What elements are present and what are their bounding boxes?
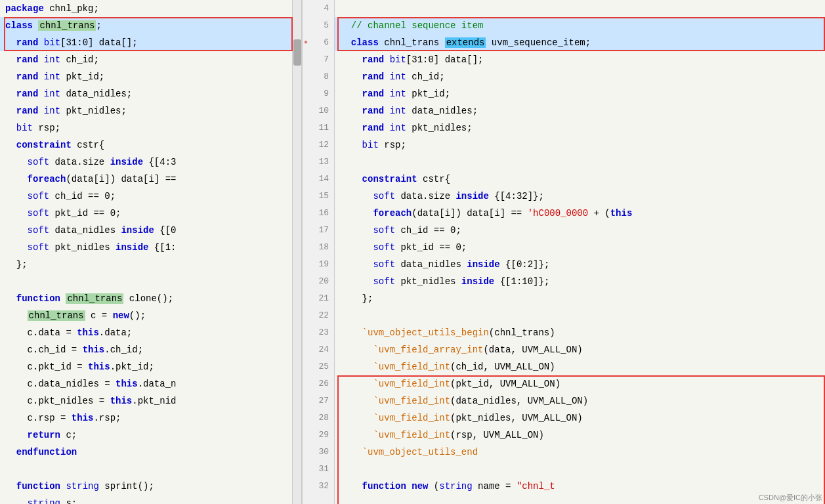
left-line-blank1 [0,273,301,290]
gutter-dot-6: ● [304,34,308,51]
rn-4: 4 [303,0,334,17]
rn-22: 22 [303,307,334,324]
right-line-4 [335,0,825,17]
rn-8: 8 [303,68,334,85]
rn-23: 23 [303,324,334,341]
watermark: CSDN@爱IC的小张 [759,493,822,503]
left-line-rand-int-pkt: rand int pkt_id; [0,68,301,85]
right-line-11: rand int pkt_nidles; [335,119,825,136]
left-line-bit-rsp: bit rsp; [0,119,301,136]
right-line-21: }; [335,290,825,307]
rn-32: 32 [303,478,334,495]
left-line-package: package chnl_pkg; [0,0,301,17]
right-line-18: soft pkt_id == 0; [335,239,825,256]
right-line-30: `uvm_object_utils_end [335,444,825,461]
rn-20: 20 [303,273,334,290]
rn-16: 16 [303,205,334,222]
left-line-class: class chnl_trans; [0,17,301,34]
right-line-15: soft data.size inside {[4:32]}; [335,188,825,205]
rn-10: 10 [303,102,334,119]
rn-27: 27 [303,392,334,410]
left-line-soft-ch: soft ch_id == 0; [0,188,301,205]
rn-13: 13 [303,154,334,171]
right-line-26: `uvm_field_int(pkt_id, UVM_ALL_ON) [335,375,825,392]
left-line-return: return c; [0,427,301,444]
right-line-31 [335,461,825,478]
left-line-close-brace: }; [0,256,301,273]
rn-6: 6● [303,34,334,51]
rn-18: 18 [303,239,334,256]
left-line-string-s: string s; [0,495,301,504]
right-line-28: `uvm_field_int(pkt_nidles, UVM_ALL_ON) [335,410,825,427]
rn-24: 24 [303,341,334,358]
right-line-6: class chnl_trans extends uvm_sequence_it… [335,34,825,51]
left-line-function-string: function string sprint(); [0,478,301,495]
right-line-13 [335,154,825,171]
left-line-blank2 [0,461,301,478]
rn-17: 17 [303,222,334,239]
left-panel: package chnl_pkg; class chnl_trans; rand… [0,0,302,504]
left-line-function-clone: function chnl_trans clone(); [0,290,301,307]
left-line-rand-int-pkt-n: rand int pkt_nidles; [0,102,301,119]
rn-5: 5 [303,17,334,34]
rn-9: 9 [303,85,334,102]
rn-11: 11 [303,119,334,136]
left-line-soft-pkt-n: soft pkt_nidles inside {[1: [0,239,301,256]
rn-21: 21 [303,290,334,307]
right-line-7: rand bit[31:0] data[]; [335,51,825,68]
left-line-rand-int-data: rand int data_nidles; [0,85,301,102]
right-gutter: 4 5 6● 7 8 9 10 11 12 13 14 15 16 17 18 … [302,0,335,504]
left-line-c-rsp: c.rsp = this.rsp; [0,410,301,427]
main-container: package chnl_pkg; class chnl_trans; rand… [0,0,825,504]
rn-25: 25 [303,358,334,375]
right-line-9: rand int pkt_id; [335,85,825,102]
left-code-area[interactable]: package chnl_pkg; class chnl_trans; rand… [0,0,301,504]
left-scrollbar[interactable] [292,0,301,504]
right-line-17: soft ch_id == 0; [335,222,825,239]
rn-30: 30 [303,444,334,461]
left-line-soft-data: soft data.size inside {[4:3 [0,154,301,171]
right-line-22 [335,307,825,324]
left-line-c-pkt: c.pkt_id = this.pkt_id; [0,358,301,375]
rn-26: 26 [303,375,334,392]
rn-7: 7 [303,51,334,68]
right-line-14: constraint cstr{ [335,171,825,188]
right-line-19: soft data_nidles inside {[0:2]}; [335,256,825,273]
left-line-c-data: c.data = this.data; [0,324,301,341]
right-line-5: // channel sequence item [335,17,825,34]
right-line-32: function new (string name = "chnl_t [335,478,825,495]
right-panel: // channel sequence item class chnl_tran… [335,0,825,504]
left-scroll-thumb[interactable] [293,39,301,66]
right-line-8: rand int ch_id; [335,68,825,85]
left-line-constraint: constraint cstr{ [0,136,301,154]
rn-15: 15 [303,188,334,205]
left-line-c-pkt-n: c.pkt_nidles = this.pkt_nid [0,392,301,410]
right-line-23: `uvm_object_utils_begin(chnl_trans) [335,324,825,341]
rn-14: 14 [303,171,334,188]
right-line-12: bit rsp; [335,136,825,154]
left-line-endfunction: endfunction [0,444,301,461]
left-line-rand-bit: rand bit[31:0] data[]; [0,34,301,51]
left-line-c-ch: c.ch_id = this.ch_id; [0,341,301,358]
right-line-25: `uvm_field_int(ch_id, UVM_ALL_ON) [335,358,825,375]
left-line-soft-data-n: soft data_nidles inside {[0 [0,222,301,239]
right-code-area[interactable]: // channel sequence item class chnl_tran… [335,0,825,495]
rn-29: 29 [303,427,334,444]
right-line-29: `uvm_field_int(rsp, UVM_ALL_ON) [335,427,825,444]
rn-28: 28 [303,410,334,427]
left-line-foreach: foreach(data[i]) data[i] == [0,171,301,188]
left-line-c-data-n: c.data_nidles = this.data_n [0,375,301,392]
right-line-20: soft pkt_nidles inside {[1:10]}; [335,273,825,290]
rn-19: 19 [303,256,334,273]
left-line-chnl-c: chnl_trans c = new(); [0,307,301,324]
rn-12: 12 [303,136,334,154]
right-line-24: `uvm_field_array_int(data, UVM_ALL_ON) [335,341,825,358]
right-line-10: rand int data_nidles; [335,102,825,119]
right-line-16: foreach(data[i]) data[i] == 'hC000_0000 … [335,205,825,222]
right-line-27: `uvm_field_int(data_nidles, UVM_ALL_ON) [335,392,825,410]
left-line-rand-int-ch: rand int ch_id; [0,51,301,68]
rn-31: 31 [303,461,334,478]
left-line-soft-pkt: soft pkt_id == 0; [0,205,301,222]
